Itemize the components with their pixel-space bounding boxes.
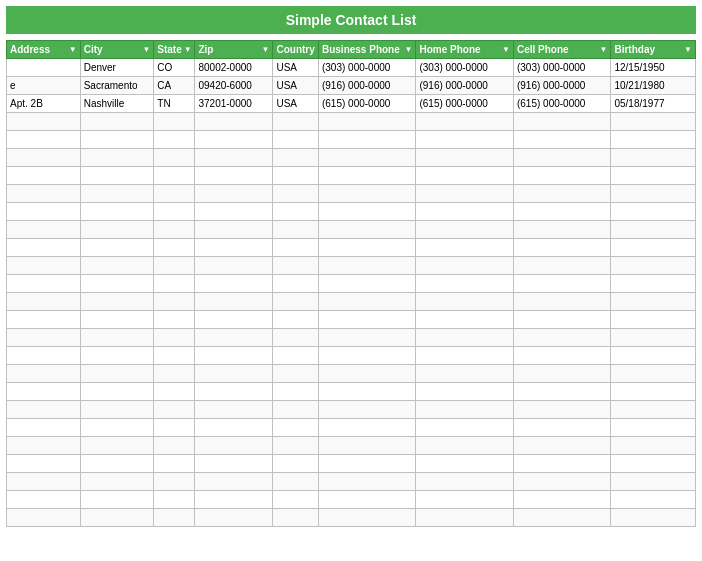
table-row[interactable] [7, 401, 696, 419]
cell-state[interactable] [154, 329, 195, 347]
col-header-country[interactable]: Country ▼ [273, 41, 319, 59]
table-row[interactable] [7, 113, 696, 131]
cell-hphone[interactable]: (916) 000-0000 [416, 77, 514, 95]
cell-birthday[interactable] [611, 383, 696, 401]
cell-city[interactable] [80, 311, 154, 329]
cell-cell[interactable] [513, 437, 611, 455]
cell-address[interactable] [7, 149, 81, 167]
cell-city[interactable]: Sacramento [80, 77, 154, 95]
cell-state[interactable] [154, 419, 195, 437]
cell-bphone[interactable]: (303) 000-0000 [318, 59, 416, 77]
cell-address[interactable] [7, 509, 81, 527]
cell-country[interactable] [273, 275, 319, 293]
cell-zip[interactable] [195, 437, 273, 455]
cell-address[interactable]: Apt. 2B [7, 95, 81, 113]
cell-zip[interactable] [195, 167, 273, 185]
cell-zip[interactable] [195, 401, 273, 419]
cell-address[interactable] [7, 239, 81, 257]
cell-birthday[interactable] [611, 185, 696, 203]
cell-country[interactable] [273, 257, 319, 275]
cell-cell[interactable] [513, 509, 611, 527]
table-row[interactable] [7, 347, 696, 365]
cell-country[interactable] [273, 419, 319, 437]
cell-birthday[interactable] [611, 455, 696, 473]
cell-country[interactable] [273, 491, 319, 509]
cell-bphone[interactable] [318, 491, 416, 509]
cell-country[interactable] [273, 509, 319, 527]
cell-cell[interactable] [513, 185, 611, 203]
cell-birthday[interactable] [611, 275, 696, 293]
cell-address[interactable] [7, 167, 81, 185]
cell-state[interactable] [154, 275, 195, 293]
cell-hphone[interactable] [416, 185, 514, 203]
cell-zip[interactable] [195, 239, 273, 257]
cell-city[interactable] [80, 329, 154, 347]
cell-hphone[interactable] [416, 473, 514, 491]
cell-state[interactable] [154, 257, 195, 275]
cell-hphone[interactable] [416, 257, 514, 275]
cell-zip[interactable] [195, 419, 273, 437]
table-row[interactable] [7, 491, 696, 509]
cell-cell[interactable] [513, 203, 611, 221]
cell-hphone[interactable] [416, 293, 514, 311]
cell-address[interactable] [7, 383, 81, 401]
cell-city[interactable] [80, 113, 154, 131]
table-row[interactable] [7, 275, 696, 293]
cell-hphone[interactable] [416, 131, 514, 149]
col-header-cell[interactable]: Cell Phone ▼ [513, 41, 611, 59]
cell-state[interactable] [154, 149, 195, 167]
cell-hphone[interactable]: (615) 000-0000 [416, 95, 514, 113]
cell-birthday[interactable]: 12/15/1950 [611, 59, 696, 77]
cell-hphone[interactable] [416, 365, 514, 383]
cell-zip[interactable] [195, 455, 273, 473]
cell-cell[interactable] [513, 473, 611, 491]
cell-state[interactable] [154, 131, 195, 149]
table-row[interactable] [7, 257, 696, 275]
cell-bphone[interactable] [318, 185, 416, 203]
cell-hphone[interactable] [416, 509, 514, 527]
cell-address[interactable] [7, 329, 81, 347]
cell-city[interactable] [80, 473, 154, 491]
cell-zip[interactable] [195, 491, 273, 509]
cell-country[interactable] [273, 167, 319, 185]
cell-country[interactable] [273, 311, 319, 329]
cell-country[interactable] [273, 113, 319, 131]
cell-bphone[interactable] [318, 509, 416, 527]
cell-address[interactable] [7, 293, 81, 311]
cell-address[interactable] [7, 59, 81, 77]
cell-address[interactable]: e [7, 77, 81, 95]
cell-birthday[interactable] [611, 221, 696, 239]
cell-country[interactable]: USA [273, 95, 319, 113]
cell-zip[interactable]: 09420-6000 [195, 77, 273, 95]
cell-hphone[interactable] [416, 221, 514, 239]
table-row[interactable]: eSacramentoCA09420-6000USA(916) 000-0000… [7, 77, 696, 95]
cell-birthday[interactable] [611, 401, 696, 419]
cell-birthday[interactable] [611, 419, 696, 437]
col-header-address[interactable]: Address ▼ [7, 41, 81, 59]
cell-cell[interactable] [513, 149, 611, 167]
cell-hphone[interactable] [416, 419, 514, 437]
cell-cell[interactable] [513, 131, 611, 149]
cell-address[interactable] [7, 311, 81, 329]
cell-hphone[interactable] [416, 383, 514, 401]
cell-address[interactable] [7, 437, 81, 455]
cell-state[interactable] [154, 401, 195, 419]
cell-zip[interactable] [195, 383, 273, 401]
cell-country[interactable] [273, 437, 319, 455]
cell-address[interactable] [7, 419, 81, 437]
cell-state[interactable] [154, 347, 195, 365]
cell-zip[interactable] [195, 509, 273, 527]
cell-hphone[interactable] [416, 311, 514, 329]
cell-state[interactable] [154, 293, 195, 311]
cell-bphone[interactable] [318, 203, 416, 221]
cell-zip[interactable] [195, 329, 273, 347]
cell-cell[interactable] [513, 311, 611, 329]
cell-bphone[interactable] [318, 167, 416, 185]
cell-country[interactable] [273, 203, 319, 221]
col-header-hphone[interactable]: Home Phone ▼ [416, 41, 514, 59]
col-header-zip[interactable]: Zip ▼ [195, 41, 273, 59]
cell-birthday[interactable] [611, 473, 696, 491]
cell-zip[interactable] [195, 131, 273, 149]
cell-city[interactable] [80, 203, 154, 221]
cell-city[interactable] [80, 491, 154, 509]
